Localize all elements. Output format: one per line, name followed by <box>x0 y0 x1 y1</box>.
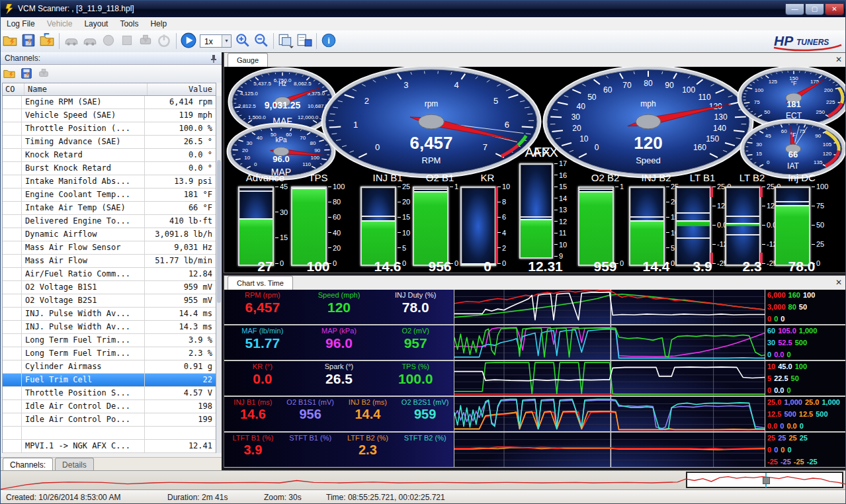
table-row[interactable]: Timing Advance (SAE)26.5 ° <box>3 136 216 149</box>
table-row[interactable]: Mass Air Flow51.77 lb/min <box>3 255 216 268</box>
minimize-button[interactable]: — <box>785 3 804 15</box>
overview-cursor-grip[interactable] <box>763 477 770 484</box>
table-row[interactable]: Knock Retard0.0 ° <box>3 149 216 162</box>
legend-label: STFT B2 (%) <box>396 434 454 442</box>
save-channel-config-button[interactable] <box>19 67 34 81</box>
chart-close-icon[interactable]: ✕ <box>835 278 842 287</box>
legend-cell: INJ Duty (%)78.0 <box>377 290 454 324</box>
scrollbar-thumb[interactable] <box>217 160 221 303</box>
table-row[interactable]: Engine RPM (SAE)6,414 rpm <box>3 96 216 109</box>
table-row[interactable]: INJ. Pulse Width Av...14.4 ms <box>3 308 216 321</box>
panel-gap <box>224 273 846 275</box>
table-row[interactable]: Air/Fuel Ratio Comm...12.84 <box>3 268 216 281</box>
ltb2-bar-gauge <box>725 187 761 266</box>
legend-label: MAP (kPa) <box>301 327 378 335</box>
injdc-bar-scale: 1007550250 <box>812 187 831 263</box>
table-row[interactable]: Throttle Position (...100.0 % <box>3 122 216 136</box>
axis-line: 1045.0100 <box>767 362 810 370</box>
afx-tick: 13 <box>554 206 567 214</box>
svg-text:10: 10 <box>579 134 589 144</box>
log-overview-strip[interactable] <box>1 470 846 490</box>
maf-unit: Hz <box>278 80 286 87</box>
table-row[interactable]: Engine Coolant Temp...181 °F <box>3 189 216 202</box>
kr-bar-title: KR <box>452 172 523 183</box>
tab-chart-vs-time[interactable]: Chart vs. Time <box>228 276 293 290</box>
table-row[interactable]: Dynamic Airflow3,091.8 lb/h <box>3 228 216 241</box>
iat-value: 66 <box>788 149 798 159</box>
table-row[interactable]: MPVI.1 -> NGK AFX C...12.41 <box>3 440 216 453</box>
column-header-co[interactable]: CO <box>3 83 24 95</box>
table-row[interactable]: Intake Manifold Abs...13.9 psi <box>3 175 216 189</box>
channels-table-header: CO Name Value <box>2 83 216 96</box>
save-layout-button[interactable] <box>296 32 313 50</box>
playback-speed-select[interactable]: 1x▾ <box>200 34 232 48</box>
pin-icon[interactable] <box>210 54 218 63</box>
menu-item-help[interactable]: Help <box>144 17 173 30</box>
table-row[interactable]: O2 Voltage B1S1959 mV <box>3 281 216 294</box>
table-row[interactable]: Intake Air Temp (SAE)66 °F <box>3 202 216 215</box>
zoom-in-icon <box>235 32 251 48</box>
table-row[interactable]: Long Term Fuel Trim...2.3 % <box>3 347 216 360</box>
tab-gauge[interactable]: Gauge <box>228 53 268 67</box>
tps-tick: 60 <box>328 213 341 221</box>
open-channel-config-button[interactable] <box>1 67 17 81</box>
menu-item-tools[interactable]: Tools <box>114 17 144 30</box>
close-button[interactable]: ✕ <box>825 3 844 15</box>
table-row[interactable]: O2 Voltage B2S1955 mV <box>3 294 216 308</box>
legend-value: 956 <box>282 407 339 422</box>
channels-panel-title: Channels: <box>5 54 40 63</box>
maximize-button[interactable]: ▢ <box>805 3 824 15</box>
rpm-unit: rpm <box>425 99 439 108</box>
table-row[interactable]: Idle Air Control Po...199 <box>3 413 216 427</box>
table-row[interactable]: Burst Knock Retard0.0 ° <box>3 162 216 175</box>
table-row[interactable]: Cylinder Airmass0.91 g <box>3 360 216 374</box>
power-icon <box>156 32 172 48</box>
save-log-button[interactable] <box>20 32 37 50</box>
menu-item-log-file[interactable]: Log File <box>1 17 41 30</box>
axis-line: 0.000.00 <box>767 422 806 430</box>
legend-value: 0.0 <box>224 371 301 387</box>
table-row[interactable]: Delivered Engine To...410 lb·ft <box>3 215 216 228</box>
menu-item-layout[interactable]: Layout <box>78 17 114 30</box>
play-button[interactable] <box>180 32 197 50</box>
info-button[interactable]: i <box>320 32 337 50</box>
zoom-out-button[interactable] <box>253 32 270 50</box>
legend-label: INJ B2 (ms) <box>339 398 397 406</box>
svg-text:70: 70 <box>622 81 632 90</box>
svg-text:5: 5 <box>493 96 498 106</box>
layout-icon <box>278 32 294 48</box>
table-row[interactable]: Long Term Fuel Trim...3.9 % <box>3 334 216 347</box>
table-row[interactable]: Mass Air Flow Sensor9,031 Hz <box>3 241 216 255</box>
zoom-in-button[interactable] <box>234 32 251 50</box>
svg-text:2,812.5: 2,812.5 <box>238 103 256 109</box>
open-log-button[interactable] <box>1 32 19 50</box>
table-row[interactable]: Idle Air Control De...198 <box>3 400 216 413</box>
column-header-name[interactable]: Name <box>24 83 148 95</box>
table-row[interactable]: Vehicle Speed (SAE)119 mph <box>3 109 216 122</box>
panel-splitter[interactable] <box>222 52 224 472</box>
svg-text:50: 50 <box>587 93 597 102</box>
column-header-value[interactable]: Value <box>148 83 216 95</box>
legend-label: INJ Duty (%) <box>377 291 454 299</box>
gauge-close-icon[interactable]: ✕ <box>835 55 842 64</box>
table-row[interactable] <box>3 427 216 440</box>
channels-scrollbar[interactable] <box>216 96 222 453</box>
table-row[interactable]: Throttle Position S...4.57 V <box>3 387 216 400</box>
kr-tick: 4 <box>497 229 506 237</box>
table-row[interactable]: INJ. Pulse Width Av...14.3 ms <box>3 321 216 334</box>
title-bar[interactable]: VCM Scanner: , [3_11.9_118.hpl] —▢✕ <box>1 1 846 17</box>
logo-hp-text: HP <box>774 33 794 48</box>
menu-bar: Log FileVehicleLayoutToolsHelp <box>1 17 846 31</box>
chart-plot <box>454 290 765 324</box>
injdc-bar-title: Inj DC <box>767 172 837 183</box>
legend-label: O2 (mV) <box>377 327 454 335</box>
read-vehicle-button <box>63 32 80 50</box>
legend-cell: INJ B2 (ms)14.4 <box>339 397 397 431</box>
table-row[interactable]: Fuel Trim Cell22 <box>3 374 216 387</box>
reopen-log-button[interactable] <box>38 32 56 50</box>
axis-line: 3052.5500 <box>767 339 810 347</box>
axis-line: 60105.01,000 <box>767 327 820 335</box>
svg-text:i: i <box>327 36 330 46</box>
layout-button[interactable] <box>277 32 294 50</box>
svg-text:80: 80 <box>310 140 316 146</box>
